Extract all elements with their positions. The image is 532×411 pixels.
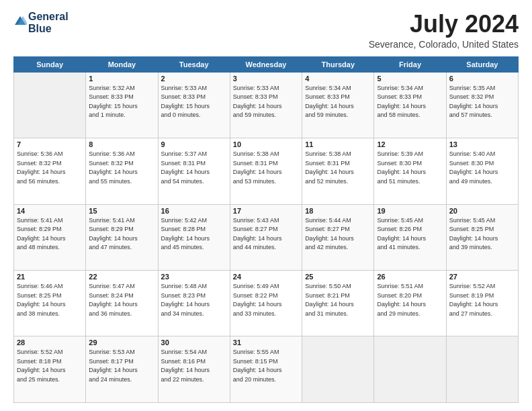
day-info: Sunrise: 5:35 AMSunset: 8:32 PMDaylight:… (449, 84, 515, 120)
day-number: 31 (233, 338, 299, 347)
day-number: 3 (233, 75, 299, 83)
day-info: Sunrise: 5:33 AMSunset: 8:33 PMDaylight:… (161, 84, 227, 120)
day-info: Sunrise: 5:34 AMSunset: 8:33 PMDaylight:… (377, 84, 443, 120)
weekday-header-wednesday: Wednesday (230, 56, 302, 72)
day-number: 11 (305, 140, 371, 148)
day-cell: 26Sunrise: 5:51 AMSunset: 8:20 PMDayligh… (374, 271, 446, 336)
day-info: Sunrise: 5:45 AMSunset: 8:25 PMDaylight:… (449, 216, 515, 253)
day-number: 22 (89, 273, 154, 281)
day-cell (302, 336, 374, 403)
day-number: 13 (449, 140, 515, 148)
day-cell: 14Sunrise: 5:41 AMSunset: 8:29 PMDayligh… (14, 204, 86, 270)
day-info: Sunrise: 5:48 AMSunset: 8:23 PMDaylight:… (161, 282, 227, 318)
day-info: Sunrise: 5:41 AMSunset: 8:29 PMDaylight:… (17, 216, 83, 253)
day-cell: 18Sunrise: 5:44 AMSunset: 8:27 PMDayligh… (302, 204, 374, 270)
day-info: Sunrise: 5:42 AMSunset: 8:28 PMDaylight:… (161, 216, 227, 253)
day-number: 21 (17, 273, 83, 281)
day-info: Sunrise: 5:50 AMSunset: 8:21 PMDaylight:… (305, 282, 371, 318)
day-number: 28 (17, 338, 83, 347)
day-number: 18 (305, 207, 371, 215)
day-cell: 22Sunrise: 5:47 AMSunset: 8:24 PMDayligh… (86, 271, 158, 336)
day-number: 8 (89, 140, 154, 148)
day-cell: 30Sunrise: 5:54 AMSunset: 8:16 PMDayligh… (158, 336, 230, 403)
day-info: Sunrise: 5:34 AMSunset: 8:33 PMDaylight:… (305, 84, 371, 120)
day-cell: 25Sunrise: 5:50 AMSunset: 8:21 PMDayligh… (302, 271, 374, 336)
day-cell: 8Sunrise: 5:36 AMSunset: 8:32 PMDaylight… (86, 138, 158, 204)
day-info: Sunrise: 5:44 AMSunset: 8:27 PMDaylight:… (305, 216, 371, 253)
day-info: Sunrise: 5:41 AMSunset: 8:29 PMDaylight:… (89, 216, 154, 253)
header: General Blue July 2024 Severance, Colora… (13, 11, 519, 50)
day-cell: 16Sunrise: 5:42 AMSunset: 8:28 PMDayligh… (158, 204, 230, 270)
calendar: SundayMondayTuesdayWednesdayThursdayFrid… (13, 56, 519, 403)
day-info: Sunrise: 5:38 AMSunset: 8:31 PMDaylight:… (305, 150, 371, 186)
day-cell: 2Sunrise: 5:33 AMSunset: 8:33 PMDaylight… (158, 72, 230, 138)
day-info: Sunrise: 5:49 AMSunset: 8:22 PMDaylight:… (233, 282, 299, 318)
day-number: 14 (17, 207, 83, 215)
day-info: Sunrise: 5:53 AMSunset: 8:17 PMDaylight:… (89, 348, 154, 384)
day-cell: 27Sunrise: 5:52 AMSunset: 8:19 PMDayligh… (446, 271, 518, 336)
weekday-header-friday: Friday (374, 56, 446, 72)
month-title: July 2024 (369, 11, 519, 38)
day-info: Sunrise: 5:36 AMSunset: 8:32 PMDaylight:… (89, 150, 154, 186)
day-number: 24 (233, 273, 299, 281)
day-cell (446, 336, 518, 403)
day-number: 25 (305, 273, 371, 281)
day-info: Sunrise: 5:33 AMSunset: 8:33 PMDaylight:… (233, 84, 299, 120)
day-info: Sunrise: 5:46 AMSunset: 8:25 PMDaylight:… (17, 282, 83, 318)
week-row-3: 14Sunrise: 5:41 AMSunset: 8:29 PMDayligh… (14, 204, 519, 270)
day-info: Sunrise: 5:45 AMSunset: 8:26 PMDaylight:… (377, 216, 443, 253)
logo-text: General Blue (28, 11, 69, 34)
weekday-header-sunday: Sunday (14, 56, 86, 72)
week-row-1: 1Sunrise: 5:32 AMSunset: 8:33 PMDaylight… (14, 72, 519, 138)
day-info: Sunrise: 5:39 AMSunset: 8:30 PMDaylight:… (377, 150, 443, 186)
day-number: 17 (233, 207, 299, 215)
day-cell: 7Sunrise: 5:36 AMSunset: 8:32 PMDaylight… (14, 138, 86, 204)
day-cell: 1Sunrise: 5:32 AMSunset: 8:33 PMDaylight… (86, 72, 158, 138)
day-number: 30 (161, 338, 227, 347)
day-number: 4 (305, 75, 371, 83)
day-cell: 10Sunrise: 5:38 AMSunset: 8:31 PMDayligh… (230, 138, 302, 204)
day-info: Sunrise: 5:51 AMSunset: 8:20 PMDaylight:… (377, 282, 443, 318)
day-cell: 28Sunrise: 5:52 AMSunset: 8:18 PMDayligh… (14, 336, 86, 403)
day-info: Sunrise: 5:47 AMSunset: 8:24 PMDaylight:… (89, 282, 154, 318)
day-number: 20 (449, 207, 515, 215)
day-cell (374, 336, 446, 403)
day-info: Sunrise: 5:54 AMSunset: 8:16 PMDaylight:… (161, 348, 227, 384)
day-cell: 9Sunrise: 5:37 AMSunset: 8:31 PMDaylight… (158, 138, 230, 204)
day-info: Sunrise: 5:38 AMSunset: 8:31 PMDaylight:… (233, 150, 299, 186)
location-title: Severance, Colorado, United States (369, 39, 519, 50)
day-cell: 17Sunrise: 5:43 AMSunset: 8:27 PMDayligh… (230, 204, 302, 270)
day-number: 16 (161, 207, 227, 215)
day-number: 19 (377, 207, 443, 215)
day-info: Sunrise: 5:55 AMSunset: 8:15 PMDaylight:… (233, 348, 299, 384)
day-cell (14, 72, 86, 138)
day-number: 26 (377, 273, 443, 281)
day-cell: 6Sunrise: 5:35 AMSunset: 8:32 PMDaylight… (446, 72, 518, 138)
day-cell: 5Sunrise: 5:34 AMSunset: 8:33 PMDaylight… (374, 72, 446, 138)
day-number: 1 (89, 75, 154, 83)
week-row-5: 28Sunrise: 5:52 AMSunset: 8:18 PMDayligh… (14, 336, 519, 403)
day-cell: 24Sunrise: 5:49 AMSunset: 8:22 PMDayligh… (230, 271, 302, 336)
weekday-header-saturday: Saturday (446, 56, 518, 72)
week-row-2: 7Sunrise: 5:36 AMSunset: 8:32 PMDaylight… (14, 138, 519, 204)
day-info: Sunrise: 5:43 AMSunset: 8:27 PMDaylight:… (233, 216, 299, 253)
weekday-header-thursday: Thursday (302, 56, 374, 72)
title-block: July 2024 Severance, Colorado, United St… (369, 11, 519, 50)
day-info: Sunrise: 5:52 AMSunset: 8:19 PMDaylight:… (449, 282, 515, 318)
day-info: Sunrise: 5:36 AMSunset: 8:32 PMDaylight:… (17, 150, 83, 186)
logo: General Blue (13, 11, 69, 34)
day-number: 7 (17, 140, 83, 148)
logo-icon (13, 15, 27, 28)
day-cell: 12Sunrise: 5:39 AMSunset: 8:30 PMDayligh… (374, 138, 446, 204)
day-cell: 19Sunrise: 5:45 AMSunset: 8:26 PMDayligh… (374, 204, 446, 270)
day-number: 12 (377, 140, 443, 148)
weekday-header-tuesday: Tuesday (158, 56, 230, 72)
day-info: Sunrise: 5:32 AMSunset: 8:33 PMDaylight:… (89, 84, 154, 120)
weekday-header-row: SundayMondayTuesdayWednesdayThursdayFrid… (14, 56, 519, 72)
page: General Blue July 2024 Severance, Colora… (0, 0, 532, 411)
day-cell: 11Sunrise: 5:38 AMSunset: 8:31 PMDayligh… (302, 138, 374, 204)
day-info: Sunrise: 5:37 AMSunset: 8:31 PMDaylight:… (161, 150, 227, 186)
day-cell: 31Sunrise: 5:55 AMSunset: 8:15 PMDayligh… (230, 336, 302, 403)
day-number: 27 (449, 273, 515, 281)
day-info: Sunrise: 5:52 AMSunset: 8:18 PMDaylight:… (17, 348, 83, 384)
